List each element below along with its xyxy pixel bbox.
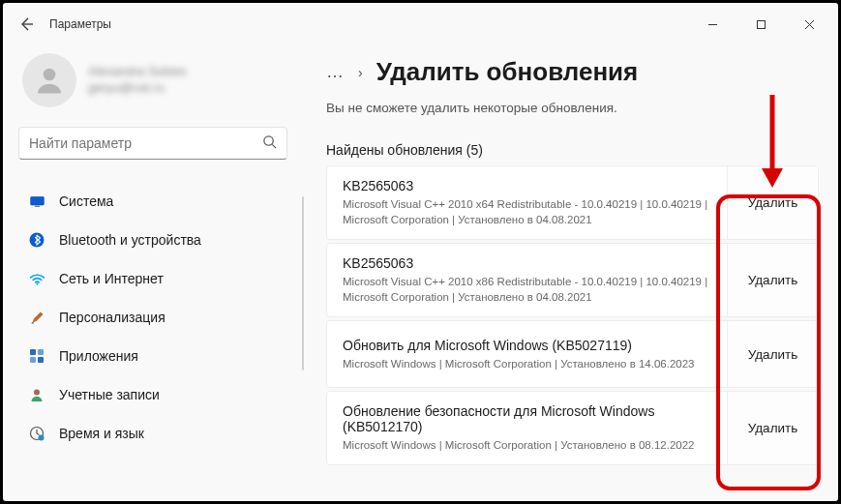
update-title: KB2565063 [343,178,711,193]
window-title: Параметры [49,17,111,31]
svg-point-1 [44,69,56,81]
arrow-left-icon [18,16,34,32]
update-info: Обновить для Microsoft Windows (KB502711… [327,321,727,387]
update-row: Обновить для Microsoft Windows (KB502711… [326,320,819,388]
svg-rect-9 [38,349,44,355]
close-icon [804,19,815,30]
sidebar-item-network[interactable]: Сеть и Интернет [18,260,287,297]
update-info: KB2565063 Microsoft Visual C++ 2010 x64 … [327,166,727,239]
sidebar-item-label: Сеть и Интернет [59,271,164,286]
sidebar-item-label: Время и язык [59,426,144,441]
update-row: KB2565063 Microsoft Visual C++ 2010 x64 … [326,165,819,240]
maximize-icon [756,19,766,30]
profile-block[interactable]: Alexandra Sobiex geryu@ruti.ru [18,45,287,127]
settings-window: Параметры Alexandra Sobiex geryu@ruti.ru [0,0,841,504]
uninstall-button[interactable]: Удалить [727,392,818,464]
updates-list: KB2565063 Microsoft Visual C++ 2010 x64 … [326,165,819,465]
brush-icon [28,309,45,326]
update-info: KB2565063 Microsoft Visual C++ 2010 x86 … [327,244,727,316]
sidebar-item-label: Система [59,193,113,209]
update-title: Обновление безопасности для Microsoft Wi… [343,403,711,434]
sidebar-item-label: Приложения [59,348,138,364]
search-input[interactable] [29,135,262,151]
sidebar-item-system[interactable]: Система [18,183,287,220]
sidebar-item-label: Учетные записи [59,387,160,402]
update-meta: Microsoft Visual C++ 2010 x64 Redistribu… [343,196,711,227]
body: Alexandra Sobiex geryu@ruti.ru Система B… [3,45,838,501]
sidebar-item-label: Bluetooth и устройства [59,232,201,248]
minimize-button[interactable] [691,10,734,39]
profile-text: Alexandra Sobiex geryu@ruti.ru [88,64,187,97]
svg-rect-0 [757,20,765,28]
page-title: Удалить обновления [376,57,639,87]
uninstall-button[interactable]: Удалить [727,244,818,316]
svg-rect-3 [30,196,44,205]
sidebar-scrollbar[interactable] [302,196,304,371]
sidebar-item-time-language[interactable]: Время и язык [18,415,287,452]
svg-point-14 [39,435,45,441]
minimize-icon [707,19,718,30]
main-panel: … › Удалить обновления Вы не сможете уда… [303,45,838,501]
svg-rect-8 [30,349,36,355]
update-meta: Microsoft Windows | Microsoft Corporatio… [343,437,711,453]
update-meta: Microsoft Windows | Microsoft Corporatio… [343,356,711,371]
update-title: KB2565063 [343,255,711,271]
svg-point-7 [36,282,38,284]
wifi-icon [28,270,45,287]
avatar [22,53,76,107]
uninstall-button[interactable]: Удалить [727,321,818,387]
profile-email: geryu@ruti.ru [88,80,187,97]
sidebar: Alexandra Sobiex geryu@ruti.ru Система B… [3,45,303,501]
monitor-icon [28,193,45,210]
update-meta: Microsoft Visual C++ 2010 x86 Redistribu… [343,274,711,305]
sidebar-item-personalization[interactable]: Персонализация [18,299,287,336]
svg-rect-10 [30,357,36,363]
sidebar-item-apps[interactable]: Приложения [18,338,287,374]
update-row: Обновление безопасности для Microsoft Wi… [326,391,819,465]
breadcrumb-overflow[interactable]: … [326,62,345,82]
clock-globe-icon [28,425,45,442]
sidebar-item-bluetooth[interactable]: Bluetooth и устройства [18,222,287,258]
nav-list: Система Bluetooth и устройства Сеть и Ин… [18,183,287,452]
update-row: KB2565063 Microsoft Visual C++ 2010 x86 … [326,243,819,317]
profile-name: Alexandra Sobiex [88,64,187,80]
search-box[interactable] [18,127,287,160]
person-icon [28,386,45,403]
updates-found-label: Найдены обновления (5) [326,142,819,158]
search-icon [262,134,277,152]
chevron-right-icon: › [358,65,363,80]
svg-rect-5 [34,205,39,206]
uninstall-button[interactable]: Удалить [727,166,818,239]
svg-point-2 [264,136,273,145]
sidebar-item-label: Персонализация [59,310,165,325]
update-title: Обновить для Microsoft Windows (KB502711… [343,338,711,353]
maximize-button[interactable] [739,10,782,39]
sidebar-item-accounts[interactable]: Учетные записи [18,376,287,413]
page-subtitle: Вы не сможете удалить некоторые обновлен… [326,101,819,115]
person-icon [32,63,67,98]
bluetooth-icon [28,231,45,249]
apps-icon [28,347,45,365]
update-info: Обновление безопасности для Microsoft Wi… [327,392,727,464]
svg-rect-11 [38,357,44,363]
breadcrumb: … › Удалить обновления [326,57,819,87]
back-button[interactable] [11,9,42,40]
window-controls [691,10,830,39]
titlebar: Параметры [3,3,838,45]
svg-point-12 [34,390,40,396]
close-button[interactable] [788,10,830,39]
